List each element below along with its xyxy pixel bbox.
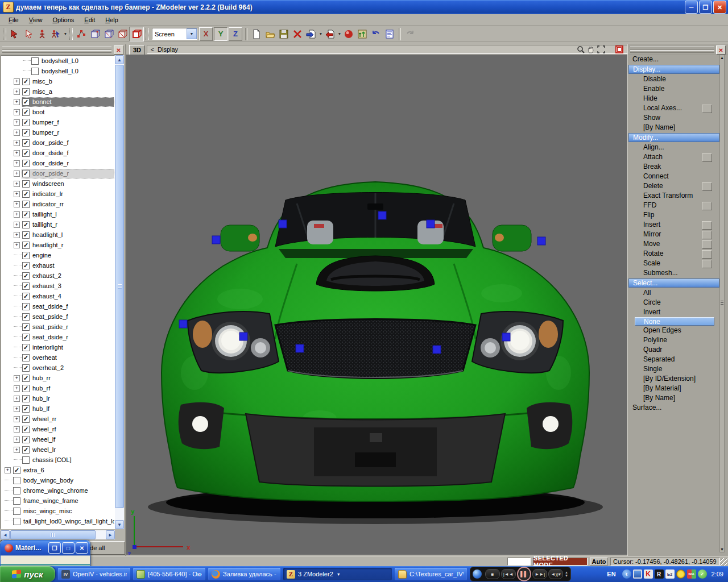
tree-vertical-scrollbar[interactable]: ▲ ▼ <box>115 55 124 529</box>
scene-tree-panel-header[interactable] <box>0 44 125 55</box>
group-dropdown-icon[interactable] <box>337 572 341 576</box>
previous-button[interactable]: |◄◄ <box>501 569 516 579</box>
visibility-checkbox[interactable] <box>22 282 30 290</box>
command-option-checkbox[interactable] <box>702 250 712 259</box>
vertex-marker[interactable] <box>537 237 545 245</box>
tree-item[interactable]: hub_lf <box>1 404 114 414</box>
expand-icon[interactable] <box>14 396 20 402</box>
visibility-checkbox[interactable] <box>22 190 30 198</box>
command-option-checkbox[interactable] <box>702 260 712 268</box>
expand-icon[interactable] <box>14 78 20 85</box>
command-invert[interactable]: Invert <box>628 307 720 317</box>
command-group-surface[interactable]: Surface... <box>628 403 720 413</box>
command-separated[interactable]: Separated <box>628 355 720 364</box>
command-attach[interactable]: Attach <box>628 152 720 162</box>
redo-icon[interactable] <box>403 27 417 41</box>
expand-icon[interactable] <box>14 89 20 95</box>
visibility-checkbox[interactable] <box>13 518 20 525</box>
visibility-checkbox[interactable] <box>22 405 30 413</box>
toolbar-grip[interactable] <box>146 28 149 40</box>
import-dropdown[interactable] <box>318 27 323 41</box>
visibility-checkbox[interactable] <box>22 160 30 167</box>
visibility-checkbox[interactable] <box>22 139 30 147</box>
command-bymaterial[interactable]: [By Material] <box>628 384 720 393</box>
visibility-checkbox[interactable] <box>22 221 30 228</box>
pause-button[interactable]: ▌▌ <box>517 567 532 581</box>
tree-item[interactable]: overheat <box>1 352 114 363</box>
scroll-down-icon[interactable]: ▼ <box>115 520 124 529</box>
tree-item[interactable]: exhaust_4 <box>1 291 114 301</box>
deskband-expand-icons[interactable]: ▲▼ <box>565 571 568 577</box>
expand-icon[interactable] <box>14 171 20 177</box>
visibility-checkbox[interactable] <box>22 344 30 351</box>
visibility-checkbox[interactable] <box>22 252 30 259</box>
tree-item[interactable]: taillight_l <box>1 209 114 219</box>
visibility-checkbox[interactable] <box>13 477 20 484</box>
maximize-icon[interactable]: □ <box>62 542 75 554</box>
expand-icon[interactable] <box>14 99 20 105</box>
visibility-checkbox[interactable] <box>22 149 30 157</box>
visibility-checkbox[interactable] <box>22 395 30 402</box>
viewport-3d[interactable]: y x z <box>126 55 627 555</box>
command-option-checkbox[interactable] <box>702 231 712 239</box>
tree-scroll-thumb[interactable] <box>115 65 124 508</box>
visibility-checkbox[interactable] <box>22 436 30 443</box>
command-option-checkbox[interactable] <box>702 221 712 230</box>
tree-item[interactable]: misc_wingc_misc <box>1 506 114 516</box>
command-option-checkbox[interactable] <box>702 105 712 113</box>
expand-icon[interactable] <box>14 119 20 126</box>
command-mirror[interactable]: Mirror <box>628 230 720 239</box>
expand-icon[interactable] <box>14 447 20 453</box>
command-single[interactable]: Single <box>628 364 720 374</box>
expand-icon[interactable] <box>14 416 20 422</box>
clock[interactable]: 2:09 <box>712 571 723 577</box>
visibility-checkbox[interactable] <box>22 98 30 106</box>
tree-item[interactable]: hub_rf <box>1 383 114 393</box>
command-all[interactable]: All <box>628 288 720 298</box>
undo-icon[interactable] <box>369 27 383 41</box>
tree-item[interactable]: seat_dside_r <box>1 332 114 342</box>
command-group-create[interactable]: Create... <box>628 55 720 64</box>
expand-icon[interactable] <box>14 222 20 228</box>
log-window-icon[interactable] <box>383 27 396 41</box>
axis-x-button[interactable]: X <box>199 27 213 41</box>
b2-icon[interactable] <box>665 569 675 579</box>
tree-item[interactable]: seat_pside_r <box>1 322 114 332</box>
tree-item[interactable]: wheel_lr <box>1 444 114 455</box>
material-editor-icon[interactable] <box>342 27 355 41</box>
scroll-right-icon[interactable]: ► <box>106 530 115 539</box>
taskbar-button[interactable]: Заливка удалась - ... <box>208 568 280 580</box>
radmin-icon[interactable] <box>655 569 664 579</box>
visibility-checkbox[interactable] <box>22 129 30 136</box>
menu-view[interactable]: View <box>24 15 48 24</box>
taskbar-button[interactable]: 3 ZModeler2 <box>283 568 392 580</box>
materials-window-titlebar[interactable]: Materi... ❐ □ ✕ <box>1 541 90 555</box>
axis-y-button[interactable]: Y <box>214 27 228 41</box>
display-icon[interactable] <box>633 569 642 579</box>
command-localaxes[interactable]: Local Axes... <box>628 103 720 113</box>
vertex-marker[interactable] <box>212 236 220 244</box>
select-single-tool-icon[interactable] <box>22 27 35 41</box>
visibility-checkbox[interactable] <box>22 364 30 372</box>
command-option-checkbox[interactable] <box>702 182 712 191</box>
command-break[interactable]: Break <box>628 162 720 172</box>
vertex-marker[interactable] <box>239 332 247 340</box>
command-insert[interactable]: Insert <box>628 220 720 230</box>
visibility-checkbox[interactable] <box>22 354 30 361</box>
tree-item[interactable]: exhaust_2 <box>1 271 114 281</box>
commands-scroll-grip[interactable] <box>721 301 723 306</box>
tree-item[interactable]: indicator_lr <box>1 189 114 199</box>
tree-item[interactable]: taillight_r <box>1 219 114 230</box>
command-connect[interactable]: Connect <box>628 172 720 181</box>
tree-horizontal-scrollbar[interactable]: ◄ ► <box>1 530 115 539</box>
toolbar-grip[interactable] <box>69 28 73 40</box>
expand-icon[interactable] <box>14 375 20 381</box>
vertex-marker[interactable] <box>427 220 435 228</box>
visibility-checkbox[interactable] <box>13 467 20 474</box>
view-mode-button[interactable]: 3D <box>129 45 145 55</box>
visibility-checkbox[interactable] <box>22 119 30 126</box>
visibility-checkbox[interactable] <box>22 313 30 321</box>
tree-item[interactable]: exhaust_3 <box>1 281 114 291</box>
vertex-marker[interactable] <box>433 346 441 354</box>
menu-file[interactable]: File <box>3 15 24 24</box>
